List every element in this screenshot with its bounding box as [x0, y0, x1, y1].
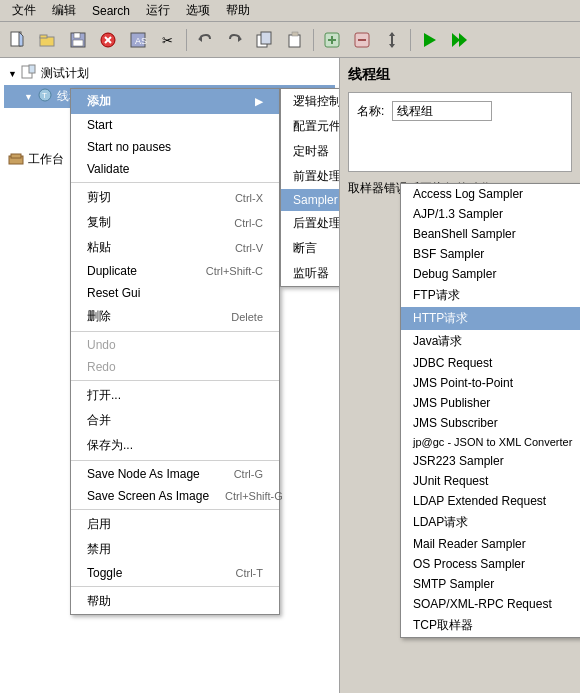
sampler-jms-p2p-label: JMS Point-to-Point [413, 376, 513, 390]
submenu-add-postproc[interactable]: 后置处理器 ▶ [281, 211, 340, 236]
toolbar-remove-btn[interactable] [348, 26, 376, 54]
sampler-jms-pub-label: JMS Publisher [413, 396, 490, 410]
context-menu-item-copy[interactable]: 复制 Ctrl-C [71, 210, 279, 235]
context-menu-item-start[interactable]: Start [71, 114, 279, 136]
toolbar-save-btn[interactable] [64, 26, 92, 54]
sampler-beanshell[interactable]: BeanShell Sampler [401, 224, 580, 244]
context-menu-item-open[interactable]: 打开... [71, 383, 279, 408]
tree-item-plan[interactable]: ▼ 测试计划 [4, 62, 335, 85]
toolbar-copy-btn[interactable] [251, 26, 279, 54]
sampler-beanshell-label: BeanShell Sampler [413, 227, 516, 241]
submenu-add-config[interactable]: 配置元件 [281, 114, 340, 139]
sampler-json-xml[interactable]: jp@gc - JSON to XML Converter [401, 433, 580, 451]
menu-file[interactable]: 文件 [4, 0, 44, 21]
menu-start-label: Start [87, 118, 112, 132]
toolbar-cut-btn[interactable]: ✂ [154, 26, 182, 54]
svg-marker-28 [452, 33, 460, 47]
sampler-java[interactable]: Java请求 [401, 330, 580, 353]
menu-options[interactable]: 选项 [178, 0, 218, 21]
context-menu-sep3 [71, 380, 279, 381]
context-menu-item-delete[interactable]: 删除 Delete [71, 304, 279, 329]
context-menu-item-paste[interactable]: 粘贴 Ctrl-V [71, 235, 279, 260]
context-menu-item-toggle[interactable]: Toggle Ctrl-T [71, 562, 279, 584]
sampler-ldap-ext-label: LDAP Extended Request [413, 494, 546, 508]
sampler-java-label: Java请求 [413, 333, 462, 350]
sampler-jms-p2p[interactable]: JMS Point-to-Point [401, 373, 580, 393]
toolbar-runall-btn[interactable] [445, 26, 473, 54]
submenu-add-sampler[interactable]: Sampler ▶ [281, 189, 340, 211]
submenu-add-timer[interactable]: 定时器 ▶ [281, 139, 340, 164]
sampler-ldap-ext[interactable]: LDAP Extended Request [401, 491, 580, 511]
sampler-ajp[interactable]: AJP/1.3 Sampler [401, 204, 580, 224]
context-menu-item-disable[interactable]: 禁用 [71, 537, 279, 562]
menubar: 文件 编辑 Search 运行 选项 帮助 [0, 0, 580, 22]
context-menu-sep5 [71, 509, 279, 510]
sampler-os[interactable]: OS Process Sampler [401, 554, 580, 574]
sampler-junit[interactable]: JUnit Request [401, 471, 580, 491]
toolbar-close-btn[interactable] [94, 26, 122, 54]
sampler-tcp[interactable]: TCP取样器 [401, 614, 580, 637]
sampler-junit-label: JUnit Request [413, 474, 488, 488]
sampler-soap[interactable]: SOAP/XML-RPC Request [401, 594, 580, 614]
context-menu-item-startnp[interactable]: Start no pauses [71, 136, 279, 158]
toolbar-redo-btn[interactable] [221, 26, 249, 54]
toolbar-saveas-btn[interactable]: AS [124, 26, 152, 54]
toolbar: AS ✂ [0, 22, 580, 58]
left-panel: ▼ 测试计划 ▼ T 线程组 工作台 [0, 58, 340, 693]
context-menu-item-add[interactable]: 添加 ▶ [71, 89, 279, 114]
toolbar-add-btn[interactable] [318, 26, 346, 54]
submenu-add-listener[interactable]: 监听器 ▶ [281, 261, 340, 286]
menu-help[interactable]: 帮助 [218, 0, 258, 21]
submenu-sampler-label: Sampler [293, 193, 338, 207]
sampler-debug[interactable]: Debug Sampler [401, 264, 580, 284]
sampler-jms-pub[interactable]: JMS Publisher [401, 393, 580, 413]
sampler-access-log[interactable]: Access Log Sampler [401, 184, 580, 204]
sampler-jdbc[interactable]: JDBC Request [401, 353, 580, 373]
context-menu-item-duplicate[interactable]: Duplicate Ctrl+Shift-C [71, 260, 279, 282]
context-menu-item-saveas[interactable]: 保存为... [71, 433, 279, 458]
tree-item-workbench-label: 工作台 [28, 151, 64, 168]
name-input[interactable] [392, 101, 492, 121]
submenu-add-preproc[interactable]: 前置处理器 ▶ [281, 164, 340, 189]
sampler-jsr223[interactable]: JSR223 Sampler [401, 451, 580, 471]
sampler-ajp-label: AJP/1.3 Sampler [413, 207, 503, 221]
menu-startnp-label: Start no pauses [87, 140, 171, 154]
name-label: 名称: [357, 103, 384, 120]
context-menu-item-resetgui[interactable]: Reset Gui [71, 282, 279, 304]
sampler-ldap-label: LDAP请求 [413, 514, 468, 531]
context-menu-item-enable[interactable]: 启用 [71, 512, 279, 537]
context-menu-item-savescreen[interactable]: Save Screen As Image Ctrl+Shift-G [71, 485, 279, 507]
svg-marker-1 [19, 32, 23, 46]
menu-savenode-label: Save Node As Image [87, 467, 200, 481]
menu-savescreen-label: Save Screen As Image [87, 489, 209, 503]
toolbar-new-btn[interactable] [4, 26, 32, 54]
right-panel-title: 线程组 [348, 66, 572, 84]
toolbar-undo-btn[interactable] [191, 26, 219, 54]
sampler-bsf[interactable]: BSF Sampler [401, 244, 580, 264]
menu-search[interactable]: Search [84, 2, 138, 20]
toolbar-run-btn[interactable] [415, 26, 443, 54]
context-menu-item-merge[interactable]: 合并 [71, 408, 279, 433]
context-menu-item-validate[interactable]: Validate [71, 158, 279, 180]
menu-edit[interactable]: 编辑 [44, 0, 84, 21]
toolbar-move-btn[interactable] [378, 26, 406, 54]
menu-open-label: 打开... [87, 387, 121, 404]
sampler-mail[interactable]: Mail Reader Sampler [401, 534, 580, 554]
toolbar-paste-btn[interactable] [281, 26, 309, 54]
context-menu-item-help[interactable]: 帮助 [71, 589, 279, 614]
menu-run[interactable]: 运行 [138, 0, 178, 21]
submenu-timer-label: 定时器 [293, 143, 329, 160]
sampler-smtp[interactable]: SMTP Sampler [401, 574, 580, 594]
sampler-jms-sub[interactable]: JMS Subscriber [401, 413, 580, 433]
submenu-add-logic[interactable]: 逻辑控制器 ▶ [281, 89, 340, 114]
toolbar-open-btn[interactable] [34, 26, 62, 54]
context-menu-item-cut[interactable]: 剪切 Ctrl-X [71, 185, 279, 210]
svg-text:✂: ✂ [162, 33, 173, 48]
sampler-http[interactable]: HTTP请求 [401, 307, 580, 330]
sampler-jms-sub-label: JMS Subscriber [413, 416, 498, 430]
sampler-ldap[interactable]: LDAP请求 [401, 511, 580, 534]
sampler-ftp[interactable]: FTP请求 [401, 284, 580, 307]
sampler-soap-label: SOAP/XML-RPC Request [413, 597, 552, 611]
context-menu-item-savenode[interactable]: Save Node As Image Ctrl-G [71, 463, 279, 485]
submenu-add-assert[interactable]: 断言 ▶ [281, 236, 340, 261]
